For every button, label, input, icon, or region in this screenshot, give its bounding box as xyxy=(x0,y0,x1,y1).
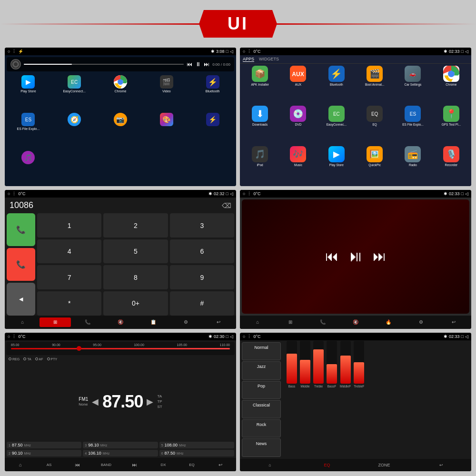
nav-menu-4[interactable]: ⊞ xyxy=(275,317,307,327)
drawer-app-radio[interactable]: 📻 Radio xyxy=(395,146,431,184)
eq-nav-eq[interactable]: EQ xyxy=(299,463,355,467)
eq-preset-pop[interactable]: Pop xyxy=(242,381,281,399)
drawer-app-gps[interactable]: 📍 GPS Test Pl... xyxy=(433,106,469,144)
radio-opt-ta[interactable]: TA xyxy=(23,357,31,361)
preset-4[interactable]: 4 106.10 MHz xyxy=(83,450,158,456)
drawer-app-ipod[interactable]: 🎵 iPod xyxy=(242,146,278,184)
preset-2[interactable]: 2 90.10 MHz xyxy=(7,450,81,456)
freq-down-button[interactable]: ◀ xyxy=(92,397,99,407)
music-player-bar[interactable]: ⏮ ⏸ ⏭ 0:00 / 0:00 xyxy=(7,57,234,71)
key-6[interactable]: 6 xyxy=(170,239,234,264)
eq-nav-back[interactable]: ↩ xyxy=(413,463,469,467)
drawer-app-quickpic[interactable]: 🖼️ QuickPic xyxy=(357,146,393,184)
tab-widgets[interactable]: WIDGETS xyxy=(259,57,279,62)
nav-dx-5[interactable]: DX xyxy=(149,460,177,469)
nav-settings-3[interactable]: ⚙ xyxy=(170,317,202,327)
drawer-app-dvd[interactable]: 💿 DVD xyxy=(280,106,316,144)
eq-preset-classical[interactable]: Classical xyxy=(242,400,281,418)
eq-bar-middlef-container[interactable] xyxy=(340,341,351,384)
radio-slider-thumb[interactable] xyxy=(77,346,81,351)
radio-opt-af[interactable]: AF xyxy=(35,357,43,361)
prev-icon[interactable]: ⏮ xyxy=(187,61,192,68)
drawer-app-recorder[interactable]: 🎙️ Recorder xyxy=(433,146,469,184)
drawer-app-eq[interactable]: EQ EQ xyxy=(357,106,393,144)
nav-fire-4[interactable]: 🔥 xyxy=(372,317,404,327)
nav-settings-4[interactable]: ⚙ xyxy=(405,317,437,327)
eq-preset-rock[interactable]: Rock xyxy=(242,419,281,438)
eq-preset-news[interactable]: News xyxy=(242,438,281,457)
volume-button[interactable]: ◀ xyxy=(7,283,35,316)
nav-next-5[interactable]: ⏭ xyxy=(121,460,149,469)
eq-preset-jazz[interactable]: Jazz xyxy=(242,361,281,380)
key-3[interactable]: 3 xyxy=(170,213,234,238)
app-easyconnect[interactable]: EC EasyConnect... xyxy=(52,75,97,112)
drawer-app-carsettings[interactable]: 🚗 Car Settings xyxy=(395,66,431,104)
next-icon[interactable]: ⏭ xyxy=(204,61,209,68)
app-video[interactable]: 🎬 Video xyxy=(144,75,189,112)
eq-bar-treplef-container[interactable] xyxy=(354,341,364,384)
media-play-button[interactable]: ⏯ xyxy=(348,248,363,265)
eq-bar-middle-container[interactable] xyxy=(300,341,310,384)
nav-mute-3[interactable]: 🔇 xyxy=(105,317,137,327)
media-prev-button[interactable]: ⏮ xyxy=(325,248,338,264)
tab-apps[interactable]: APPS xyxy=(243,57,254,62)
nav-contacts-3[interactable]: 📋 xyxy=(137,317,169,327)
nav-home-5[interactable]: ⌂ xyxy=(7,460,34,469)
preset-5[interactable]: 5 108.00 MHz xyxy=(159,442,234,448)
media-next-button[interactable]: ⏭ xyxy=(373,248,386,264)
app-nav[interactable]: 🧭 xyxy=(52,113,97,149)
play-icon[interactable]: ⏸ xyxy=(195,61,201,68)
nav-eq-5[interactable]: EQ xyxy=(178,460,206,469)
nav-mute-4[interactable]: 🔇 xyxy=(340,317,372,327)
app-gallery[interactable]: 🎨 xyxy=(144,113,189,149)
call-button[interactable]: 📞 xyxy=(7,213,35,246)
radio-opt-pty[interactable]: PTY xyxy=(47,357,58,361)
music-controls[interactable]: ⏮ ⏸ ⏭ xyxy=(187,61,209,68)
app-chrome[interactable]: Chrome xyxy=(98,75,143,112)
key-1[interactable]: 1 xyxy=(37,213,101,238)
app-music[interactable]: 🎵 xyxy=(6,151,51,184)
eq-bar-bass-container[interactable] xyxy=(287,341,297,384)
key-star[interactable]: * xyxy=(37,291,101,316)
key-8[interactable]: 8 xyxy=(103,265,168,289)
app-bluetooth[interactable]: ⚡ Bluetooth xyxy=(190,75,235,112)
key-hash[interactable]: # xyxy=(170,291,234,316)
drawer-app-apk[interactable]: 📦 APK Installer xyxy=(242,66,278,104)
drawer-app-downloads[interactable]: ⬇ Downloads xyxy=(242,106,278,144)
radio-tuner[interactable]: 85.00 90.00 95.00 100.00 105.00 110.00 xyxy=(6,342,235,355)
key-5[interactable]: 5 xyxy=(103,239,168,264)
drawer-app-playstore2[interactable]: ▶ Play Store xyxy=(318,146,355,184)
drawer-app-boot[interactable]: 🎬 Boot Animat... xyxy=(357,66,393,104)
music-progress-bar[interactable] xyxy=(24,64,184,65)
key-9[interactable]: 9 xyxy=(170,265,234,289)
nav-call-3[interactable]: 📞 xyxy=(72,317,104,327)
drawer-app-aux[interactable]: AUX AUX xyxy=(280,66,316,104)
backspace-button[interactable]: ⌫ xyxy=(222,202,231,209)
eq-preset-normal[interactable]: Normal xyxy=(242,342,281,361)
key-0[interactable]: 0+ xyxy=(103,291,168,316)
drawer-app-music2[interactable]: 🎶 Music xyxy=(280,146,316,184)
preset-3[interactable]: 3 98.10 MHz xyxy=(83,442,158,448)
nav-prev-5[interactable]: ⏮ xyxy=(64,460,91,469)
nav-phone-4[interactable]: 📞 xyxy=(307,317,339,327)
app-bt2[interactable]: ⚡ xyxy=(190,113,235,149)
eq-nav-home[interactable]: ⌂ xyxy=(242,463,298,467)
nav-as-5[interactable]: AS xyxy=(35,460,63,469)
eq-nav-zone[interactable]: ZONE xyxy=(356,463,412,467)
nav-back-5[interactable]: ↩ xyxy=(207,460,234,469)
key-4[interactable]: 4 xyxy=(37,239,101,264)
app-esfile[interactable]: ES ES File Explo... xyxy=(6,113,51,149)
preset-6[interactable]: 6 87.50 MHz xyxy=(159,450,234,456)
app-playstore[interactable]: ▶ Play Store xyxy=(6,75,51,112)
preset-1[interactable]: 1 87.50 MHz xyxy=(7,442,81,448)
key-2[interactable]: 2 xyxy=(103,213,168,238)
drawer-app-chrome2[interactable]: Chrome xyxy=(433,66,469,104)
eq-bar-bassf-container[interactable] xyxy=(327,341,337,384)
nav-back-3[interactable]: ↩ xyxy=(202,317,234,327)
nav-band-5[interactable]: BAND xyxy=(92,460,120,469)
drawer-app-bluetooth[interactable]: ⚡ Bluetooth xyxy=(318,66,355,104)
drawer-app-esfile2[interactable]: ES ES File Explo... xyxy=(395,106,431,144)
nav-home-4[interactable]: ⌂ xyxy=(242,317,274,327)
nav-home-3[interactable]: ⌂ xyxy=(7,317,39,327)
radio-opt-reg[interactable]: REG xyxy=(9,357,20,361)
